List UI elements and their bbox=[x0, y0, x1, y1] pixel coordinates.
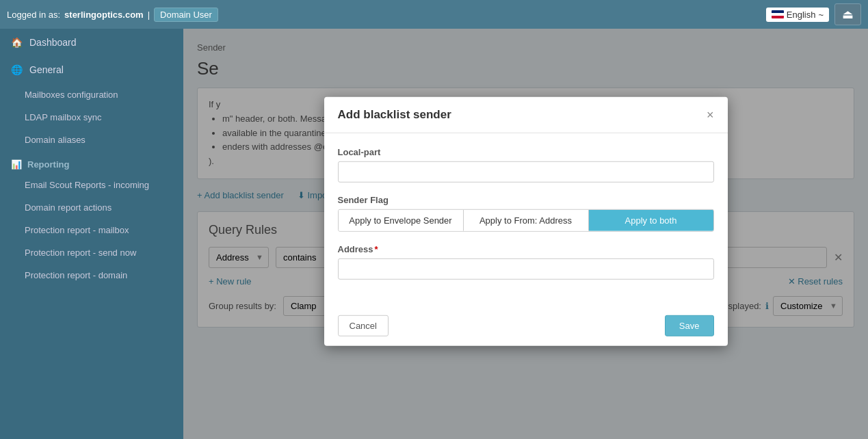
modal-body: Local-part Sender Flag Apply to Envelope… bbox=[324, 133, 728, 306]
address-group: Address* bbox=[338, 244, 714, 280]
protection-domain-label: Protection report - domain bbox=[25, 270, 127, 280]
email-scout-label: Email Scout Reports - incoming bbox=[25, 180, 149, 190]
apply-envelope-sender-button[interactable]: Apply to Envelope Sender bbox=[339, 210, 464, 231]
domain-name: sterlingoptics.com bbox=[64, 10, 144, 20]
sidebar-section-reporting[interactable]: 📊 Reporting bbox=[0, 151, 183, 174]
modal-header: Add blacklist sender × bbox=[324, 97, 728, 133]
globe-icon: 🌐 bbox=[11, 64, 23, 75]
local-part-input[interactable] bbox=[338, 161, 714, 183]
mailboxes-label: Mailboxes configuration bbox=[25, 90, 118, 100]
sidebar-item-dashboard[interactable]: 🏠 Dashboard bbox=[0, 29, 183, 56]
language-selector[interactable]: English ~ bbox=[766, 8, 829, 22]
logout-button[interactable]: ⏏ bbox=[834, 3, 861, 25]
chart-icon: 📊 bbox=[11, 159, 22, 170]
protection-mailbox-label: Protection report - mailbox bbox=[25, 225, 129, 235]
sender-flag-label: Sender Flag bbox=[338, 195, 714, 205]
dropdown-arrow: ~ bbox=[818, 10, 824, 20]
add-blacklist-modal: Add blacklist sender × Local-part Sender… bbox=[324, 97, 728, 346]
sidebar-item-email-scout[interactable]: Email Scout Reports - incoming bbox=[0, 174, 183, 196]
apply-both-button[interactable]: Apply to both bbox=[589, 210, 713, 231]
sidebar-item-protection-domain[interactable]: Protection report - domain bbox=[0, 264, 183, 287]
language-label: English bbox=[787, 10, 816, 20]
sidebar: 🏠 Dashboard 🌐 General Mailboxes configur… bbox=[0, 29, 183, 439]
sidebar-item-aliases[interactable]: Domain aliases bbox=[0, 129, 183, 151]
modal-footer: Cancel Save bbox=[324, 306, 728, 346]
ldap-label: LDAP mailbox sync bbox=[25, 112, 101, 122]
home-icon: 🏠 bbox=[11, 37, 23, 48]
sidebar-item-protection-mailbox[interactable]: Protection report - mailbox bbox=[0, 219, 183, 241]
sender-flag-button-group: Apply to Envelope Sender Apply to From: … bbox=[338, 209, 714, 232]
sidebar-item-general[interactable]: 🌐 General bbox=[0, 56, 183, 83]
login-info: Logged in as: sterlingoptics.com | Domai… bbox=[7, 8, 218, 22]
top-bar-right: English ~ ⏏ bbox=[766, 3, 861, 25]
save-button[interactable]: Save bbox=[665, 315, 714, 336]
domain-report-label: Domain report actions bbox=[25, 202, 111, 213]
flag-icon bbox=[772, 10, 784, 18]
top-bar: Logged in as: sterlingoptics.com | Domai… bbox=[0, 0, 868, 29]
sidebar-item-domain-report[interactable]: Domain report actions bbox=[0, 196, 183, 219]
sidebar-item-protection-send[interactable]: Protection report - send now bbox=[0, 241, 183, 264]
cancel-button[interactable]: Cancel bbox=[338, 315, 389, 336]
sidebar-item-ldap[interactable]: LDAP mailbox sync bbox=[0, 106, 183, 129]
sender-flag-group: Sender Flag Apply to Envelope Sender App… bbox=[338, 195, 714, 232]
address-input[interactable] bbox=[338, 258, 714, 280]
sidebar-label-dashboard: Dashboard bbox=[29, 37, 77, 48]
modal-title: Add blacklist sender bbox=[338, 108, 451, 122]
modal-close-button[interactable]: × bbox=[707, 109, 714, 121]
local-part-group: Local-part bbox=[338, 147, 714, 183]
protection-send-label: Protection report - send now bbox=[25, 248, 136, 258]
local-part-label: Local-part bbox=[338, 147, 714, 157]
sidebar-item-mailboxes[interactable]: Mailboxes configuration bbox=[0, 83, 183, 106]
logged-in-label: Logged in as: bbox=[7, 10, 60, 20]
user-badge: Domain User bbox=[154, 8, 218, 22]
aliases-label: Domain aliases bbox=[25, 135, 86, 145]
sidebar-label-general: General bbox=[29, 64, 64, 75]
reporting-label: Reporting bbox=[27, 159, 69, 170]
main-content: Add blacklist sender × Local-part Sender… bbox=[183, 29, 868, 439]
apply-from-address-button[interactable]: Apply to From: Address bbox=[464, 210, 589, 231]
layout: 🏠 Dashboard 🌐 General Mailboxes configur… bbox=[0, 29, 868, 439]
address-label: Address* bbox=[338, 244, 714, 254]
separator: | bbox=[148, 10, 150, 20]
